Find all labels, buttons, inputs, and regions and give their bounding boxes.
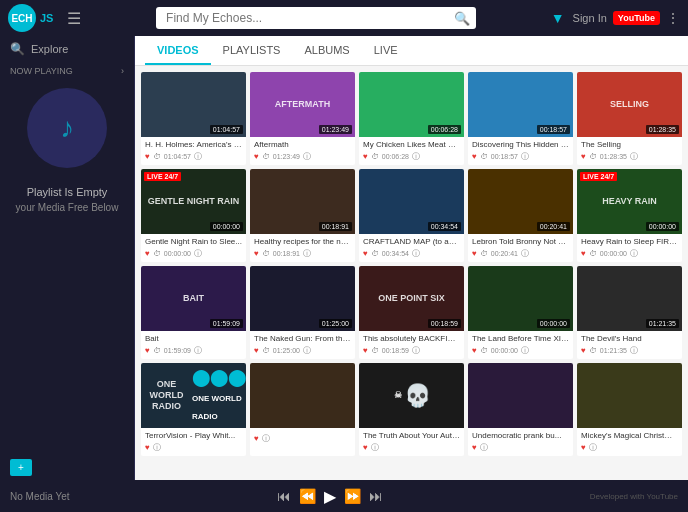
sidebar-item-explore[interactable]: 🔍 Explore xyxy=(0,36,134,62)
clock-icon: ⏱ xyxy=(153,152,161,161)
main-layout: 🔍 Explore NOW PLAYING › ♪ Playlist Is Em… xyxy=(0,36,688,480)
duration-text: 00:18:91 xyxy=(273,250,300,257)
now-playing-label: NOW PLAYING xyxy=(10,66,73,76)
duration-text: 01:21:35 xyxy=(600,347,627,354)
duration-badge: 00:00:00 xyxy=(210,222,243,231)
info-icon: ⓘ xyxy=(412,151,420,162)
explore-label: Explore xyxy=(31,43,68,55)
thumb-text: HEAVY RAIN xyxy=(600,194,659,209)
info-icon: ⓘ xyxy=(194,151,202,162)
sidebar-bottom: + xyxy=(0,455,134,480)
video-info: Undemocratic prank bu... ♥ ⓘ xyxy=(468,428,573,456)
heart-icon: ♥ xyxy=(472,443,477,452)
logo: ECH JS xyxy=(8,4,53,32)
search-input[interactable] xyxy=(156,7,476,29)
video-card[interactable]: LIVE 24/7 GENTLE NIGHT RAIN 00:00:00 Gen… xyxy=(141,169,246,262)
video-info: The Truth About Your Autob... ♥ ⓘ xyxy=(359,428,464,456)
video-info: The Land Before Time XI: Inv... ♥ ⏱00:00… xyxy=(468,331,573,359)
now-playing-section: NOW PLAYING › xyxy=(0,62,134,78)
video-card[interactable]: 00:18:91 Healthy recipes for the next...… xyxy=(250,169,355,262)
video-card[interactable]: 01:25:00 The Naked Gun: From the Fil... … xyxy=(250,266,355,359)
video-card[interactable]: 01:04:57 H. H. Holmes: America's First..… xyxy=(141,72,246,165)
info-icon: ⓘ xyxy=(371,442,379,453)
video-thumbnail: 00:34:54 xyxy=(359,169,464,234)
video-card[interactable]: ♥ ⓘ xyxy=(250,363,355,456)
content-area: VIDEOS PLAYLISTS ALBUMS LIVE 01:04:57 H.… xyxy=(135,36,688,480)
video-card[interactable]: 00:20:41 Lebron Told Bronny Not To C... … xyxy=(468,169,573,262)
video-card[interactable]: ONE WORLD RADIO ⬤⬤⬤ONE WORLD RADIO Terro… xyxy=(141,363,246,456)
info-icon: ⓘ xyxy=(521,345,529,356)
prev-button[interactable]: ⏮ xyxy=(277,488,291,504)
duration-badge: 01:28:35 xyxy=(646,125,679,134)
play-button[interactable]: ▶ xyxy=(324,487,336,506)
duration-badge: 00:06:28 xyxy=(428,125,461,134)
info-icon: ⓘ xyxy=(194,248,202,259)
video-info: My Chicken Likes Meat More... ♥ ⏱00:06:2… xyxy=(359,137,464,165)
video-card[interactable]: 00:34:54 CRAFTLAND MAP (to adapt... ♥ ⏱0… xyxy=(359,169,464,262)
video-info: Discovering This Hidden Tale... ♥ ⏱00:18… xyxy=(468,137,573,165)
duration-text: 01:28:35 xyxy=(600,153,627,160)
heart-icon: ♥ xyxy=(145,249,150,258)
duration-text: 00:00:00 xyxy=(164,250,191,257)
video-card[interactable]: 00:18:57 Discovering This Hidden Tale...… xyxy=(468,72,573,165)
playlist-empty-sub: your Media Free Below xyxy=(8,202,126,213)
info-icon: ⓘ xyxy=(630,248,638,259)
duration-text: 01:23:49 xyxy=(273,153,300,160)
video-title: Aftermath xyxy=(254,140,351,149)
video-thumbnail: 01:21:35 xyxy=(577,266,682,331)
tab-albums[interactable]: ALBUMS xyxy=(292,36,361,65)
filter-icon[interactable]: ▼ xyxy=(551,10,565,26)
rewind-button[interactable]: ⏪ xyxy=(299,488,316,504)
info-icon: ⓘ xyxy=(303,248,311,259)
video-meta: ♥ ⓘ xyxy=(145,442,242,453)
video-card[interactable]: BAIT 01:59:09 Bait ♥ ⏱01:59:09 ⓘ xyxy=(141,266,246,359)
video-meta: ♥ ⓘ xyxy=(254,433,351,444)
duration-badge: 01:23:49 xyxy=(319,125,352,134)
live-badge: LIVE 24/7 xyxy=(144,172,181,181)
video-title: My Chicken Likes Meat More... xyxy=(363,140,460,149)
heart-icon: ♥ xyxy=(472,249,477,258)
clock-icon: ⏱ xyxy=(153,249,161,258)
video-info: Heavy Rain to Sleep FIRST... ♥ ⏱00:00:00… xyxy=(577,234,682,262)
add-button[interactable]: + xyxy=(10,459,32,476)
video-card[interactable]: 01:21:35 The Devil's Hand ♥ ⏱01:21:35 ⓘ xyxy=(577,266,682,359)
sign-in-label[interactable]: Sign In xyxy=(573,12,607,24)
video-thumbnail: ONE POINT SIX 00:18:59 xyxy=(359,266,464,331)
dots-menu-icon[interactable]: ⋮ xyxy=(666,10,680,26)
video-title: Mickey's Magical Christmas... xyxy=(581,431,678,440)
duration-badge: 00:18:57 xyxy=(537,125,570,134)
forward-button[interactable]: ⏩ xyxy=(344,488,361,504)
heart-icon: ♥ xyxy=(581,249,586,258)
menu-icon[interactable]: ☰ xyxy=(67,9,81,28)
now-playing-arrow: › xyxy=(121,66,124,76)
thumb-text: BAIT xyxy=(181,291,206,306)
clock-icon: ⏱ xyxy=(589,346,597,355)
next-button[interactable]: ⏭ xyxy=(369,488,383,504)
clock-icon: ⏱ xyxy=(480,249,488,258)
info-icon: ⓘ xyxy=(521,151,529,162)
tab-playlists[interactable]: PLAYLISTS xyxy=(211,36,293,65)
video-grid-scroll[interactable]: 01:04:57 H. H. Holmes: America's First..… xyxy=(135,66,688,480)
music-note-icon: ♪ xyxy=(60,112,74,144)
tab-videos[interactable]: VIDEOS xyxy=(145,36,211,65)
video-card[interactable]: LIVE 24/7 HEAVY RAIN 00:00:00 Heavy Rain… xyxy=(577,169,682,262)
video-card[interactable]: ONE POINT SIX 00:18:59 This absolutely B… xyxy=(359,266,464,359)
video-thumbnail: 00:06:28 xyxy=(359,72,464,137)
search-bar: 🔍 xyxy=(156,7,476,29)
tab-live[interactable]: LIVE xyxy=(362,36,410,65)
info-icon: ⓘ xyxy=(262,433,270,444)
duration-text: 00:20:41 xyxy=(491,250,518,257)
video-meta: ♥ ⏱01:28:35 ⓘ xyxy=(581,151,678,162)
video-card[interactable]: Mickey's Magical Christmas... ♥ ⓘ xyxy=(577,363,682,456)
duration-badge: 01:59:09 xyxy=(210,319,243,328)
video-meta: ♥ ⏱00:18:91 ⓘ xyxy=(254,248,351,259)
heart-icon: ♥ xyxy=(363,249,368,258)
video-card[interactable]: 00:00:00 The Land Before Time XI: Inv...… xyxy=(468,266,573,359)
video-card[interactable]: AFTERMATH 01:23:49 Aftermath ♥ ⏱01:23:49… xyxy=(250,72,355,165)
video-card[interactable]: Undemocratic prank bu... ♥ ⓘ xyxy=(468,363,573,456)
video-card[interactable]: SELLING 01:28:35 The Selling ♥ ⏱01:28:35… xyxy=(577,72,682,165)
video-title: Bait xyxy=(145,334,242,343)
video-card[interactable]: ☠ 💀 The Truth About Your Autob... ♥ ⓘ xyxy=(359,363,464,456)
video-card[interactable]: 00:06:28 My Chicken Likes Meat More... ♥… xyxy=(359,72,464,165)
video-info: The Naked Gun: From the Fil... ♥ ⏱01:25:… xyxy=(250,331,355,359)
